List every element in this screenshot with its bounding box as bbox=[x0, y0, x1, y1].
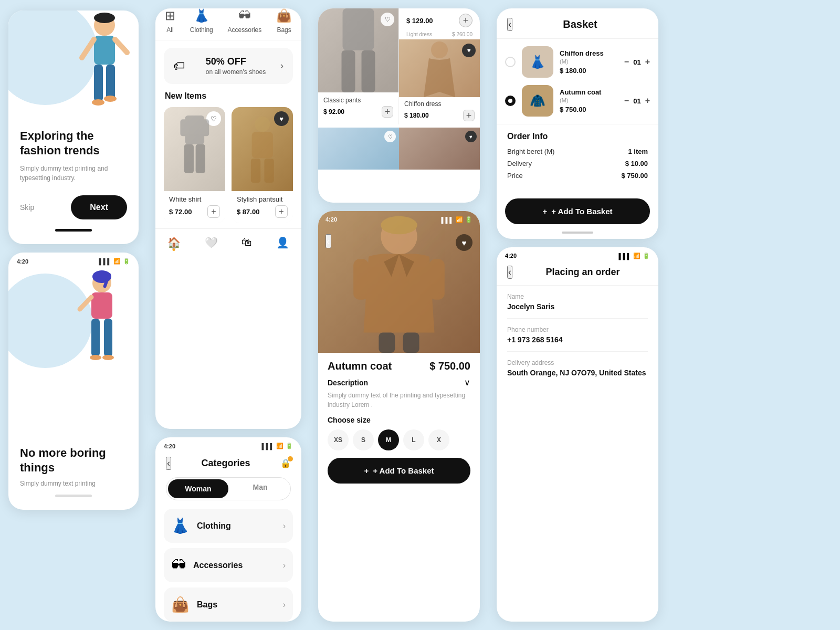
order-name-field: Name Jocelyn Saris bbox=[507, 293, 648, 311]
cat-item-bags[interactable]: 👜 Bags › bbox=[164, 587, 293, 622]
light-dress-price: $ 260.00 bbox=[452, 32, 472, 37]
next-button[interactable]: Next bbox=[71, 195, 127, 219]
time-2: 4:20 bbox=[17, 258, 28, 265]
order-back-btn[interactable]: ‹ bbox=[507, 266, 512, 279]
coat-qty-plus[interactable]: + bbox=[645, 96, 650, 106]
nav-profile[interactable]: 👤 bbox=[276, 236, 289, 249]
basket-add-label: + Add To Basket bbox=[551, 207, 612, 216]
cat-item-clothing[interactable]: 👗 Clothing › bbox=[164, 509, 293, 543]
chiffon-name: Chiffon dress bbox=[404, 100, 475, 108]
bags-icon: 👜 bbox=[276, 8, 292, 23]
svg-line-4 bbox=[115, 39, 127, 52]
size-l[interactable]: L bbox=[403, 429, 424, 450]
cat-tab-all[interactable]: ⊞ All bbox=[165, 8, 175, 34]
order-page-title: Placing an order bbox=[518, 267, 648, 278]
cat-title: Categories bbox=[171, 458, 280, 469]
placing-order-card: 4:20 ▌▌▌ 📶 🔋 ‹ Placing an order Name Joc… bbox=[497, 247, 658, 622]
svg-rect-34 bbox=[429, 259, 445, 300]
pantsuit-add-btn[interactable]: + bbox=[275, 205, 288, 218]
status-bar-2: 4:20 ▌▌▌ 📶 🔋 bbox=[8, 253, 139, 265]
cat-tab-bags[interactable]: 👜 Bags bbox=[276, 8, 292, 34]
product-grid-card: ♡ Classic pants $ 92.00 + bbox=[318, 8, 480, 203]
skip-button[interactable]: Skip bbox=[20, 203, 34, 212]
new-items-title: New Items bbox=[155, 91, 301, 107]
woman-figure-2 bbox=[70, 268, 133, 373]
size-s[interactable]: S bbox=[353, 429, 374, 450]
clothing-list-icon: 👗 bbox=[171, 517, 190, 534]
svg-point-7 bbox=[92, 99, 104, 106]
detail-desc-toggle[interactable]: Description ∨ bbox=[328, 377, 470, 387]
detail-add-plus-icon: + bbox=[364, 466, 369, 475]
shirt-add-btn[interactable]: + bbox=[207, 205, 220, 218]
onboard-subtitle-2: Simply dummy text printing bbox=[20, 480, 127, 487]
gender-tab-man[interactable]: Man bbox=[230, 478, 290, 500]
cat-header: ‹ Categories 🔒 bbox=[155, 449, 301, 477]
classic-pants-image: ♡ bbox=[318, 8, 398, 92]
svg-rect-33 bbox=[353, 259, 369, 300]
item-pantsuit[interactable]: ♥ Stylish pantsuit $ 87.00 bbox=[232, 107, 293, 223]
basket-header: ‹ Basket bbox=[497, 8, 658, 39]
top-add-btn[interactable]: + bbox=[459, 14, 472, 27]
clothing-icon: 👗 bbox=[194, 8, 209, 23]
nav-cart[interactable]: 🛍 bbox=[242, 236, 252, 249]
basket-add-plus-icon: + bbox=[542, 207, 547, 216]
signal-icon-2: ▌▌▌ bbox=[99, 258, 111, 265]
size-x[interactable]: X bbox=[428, 429, 449, 450]
grid-left: ♡ Classic pants $ 92.00 + bbox=[318, 8, 399, 124]
items-grid: ♡ White shirt $ 72.00 bbox=[155, 107, 301, 223]
cat-status-bar: 4:20 ▌▌▌ 📶 🔋 bbox=[155, 437, 301, 449]
cat-tab-clothing[interactable]: 👗 Clothing bbox=[190, 8, 213, 34]
basket-add-btn[interactable]: + + Add To Basket bbox=[505, 198, 650, 224]
detail-add-btn[interactable]: + + Add To Basket bbox=[328, 458, 470, 484]
svg-point-8 bbox=[104, 96, 117, 102]
cat-item-accessories[interactable]: 🕶 Accessories › bbox=[164, 548, 293, 582]
basket-thumb-coat: 🧥 bbox=[522, 85, 553, 117]
svg-point-1 bbox=[94, 13, 115, 23]
chiffon-qty-plus[interactable]: + bbox=[645, 57, 650, 67]
progress-bar-2 bbox=[55, 495, 92, 497]
svg-point-23 bbox=[255, 117, 270, 132]
svg-rect-14 bbox=[91, 319, 100, 356]
detail-heart-icon: ♥ bbox=[462, 238, 467, 247]
size-xs[interactable]: XS bbox=[328, 429, 349, 450]
svg-rect-20 bbox=[202, 119, 209, 136]
gender-tab-woman[interactable]: Woman bbox=[168, 479, 228, 498]
chiffon-add-btn[interactable]: + bbox=[463, 110, 475, 121]
shirt-image: ♡ bbox=[164, 107, 225, 191]
size-section: Choose size XS S M L X bbox=[328, 416, 470, 450]
svg-rect-35 bbox=[379, 332, 395, 353]
size-options: XS S M L X bbox=[328, 429, 470, 450]
basket-chiffon-qty: − 01 + bbox=[624, 57, 650, 67]
field-divider-1 bbox=[507, 318, 648, 319]
categories-card: 4:20 ▌▌▌ 📶 🔋 ‹ Categories 🔒 Woman Man bbox=[155, 437, 301, 622]
bags-list-name: Bags bbox=[197, 600, 217, 610]
field-divider-2 bbox=[507, 351, 648, 352]
grid-bottom-left-heart[interactable]: ♡ bbox=[384, 131, 396, 142]
classic-pants-add-btn[interactable]: + bbox=[382, 106, 393, 118]
basket-radio-coat[interactable] bbox=[505, 96, 516, 106]
detail-heart-btn[interactable]: ♥ bbox=[456, 234, 472, 251]
basket-radio-chiffon[interactable] bbox=[505, 57, 516, 67]
cat-tab-accessories[interactable]: 🕶 Accessories bbox=[228, 8, 262, 34]
basket-coat-name: Autumn coat bbox=[560, 88, 618, 96]
size-m[interactable]: M bbox=[378, 429, 399, 450]
basket-bottom-bar bbox=[562, 232, 593, 234]
detail-back-btn[interactable]: ‹ bbox=[326, 234, 331, 248]
coat-qty-val: 01 bbox=[633, 97, 640, 105]
grid-bottom-right-heart[interactable]: ♥ bbox=[465, 131, 477, 142]
bag-icon-wrap[interactable]: 🔒 bbox=[280, 458, 291, 468]
item-white-shirt[interactable]: ♡ White shirt $ 72.00 bbox=[164, 107, 225, 223]
address-field-label: Delivery address bbox=[507, 359, 648, 366]
svg-rect-36 bbox=[403, 332, 419, 353]
chiffon-qty-minus[interactable]: − bbox=[624, 57, 629, 67]
shirt-figure bbox=[170, 116, 219, 183]
all-icon: ⊞ bbox=[165, 8, 175, 23]
promo-banner[interactable]: 🏷 50% OFF on all women's shoes › bbox=[164, 48, 293, 84]
classic-pants-name: Classic pants bbox=[323, 97, 393, 104]
delivery-label: Delivery bbox=[507, 160, 532, 167]
basket-back-btn[interactable]: ‹ bbox=[507, 18, 512, 31]
cat-back-btn[interactable]: ‹ bbox=[166, 457, 171, 470]
nav-wishlist[interactable]: 🤍 bbox=[205, 236, 218, 249]
nav-home[interactable]: 🏠 bbox=[167, 236, 181, 249]
coat-qty-minus[interactable]: − bbox=[624, 96, 629, 106]
